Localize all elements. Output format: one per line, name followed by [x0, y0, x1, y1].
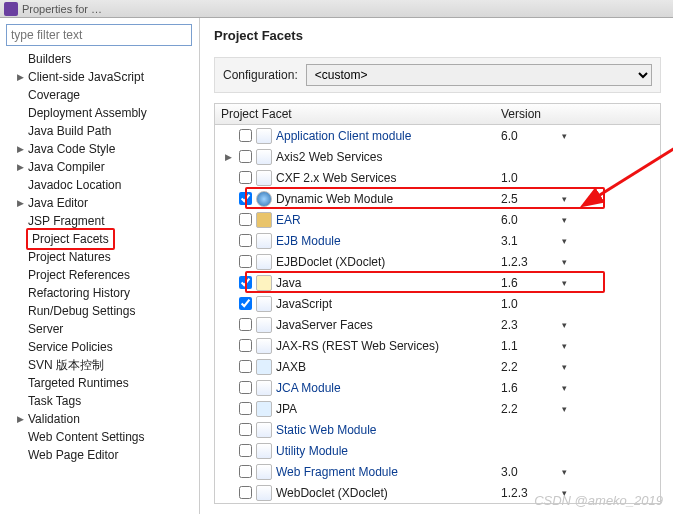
facet-checkbox[interactable]: [239, 360, 252, 373]
table-row[interactable]: EJB Module3.1▾: [215, 230, 660, 251]
sidebar-item[interactable]: Run/Debug Settings: [6, 302, 199, 320]
facet-checkbox[interactable]: [239, 234, 252, 247]
sidebar-item-label: Task Tags: [26, 392, 81, 410]
chevron-down-icon[interactable]: ▾: [562, 257, 567, 267]
facet-checkbox[interactable]: [239, 339, 252, 352]
version-cell[interactable]: 6.0▾: [495, 213, 575, 227]
chevron-down-icon[interactable]: ▾: [562, 488, 567, 498]
facet-checkbox[interactable]: [239, 192, 252, 205]
facet-checkbox[interactable]: [239, 381, 252, 394]
chevron-down-icon[interactable]: ▾: [562, 467, 567, 477]
chevron-down-icon[interactable]: ▾: [562, 320, 567, 330]
table-row[interactable]: ▶Axis2 Web Services: [215, 146, 660, 167]
chevron-down-icon[interactable]: ▾: [562, 236, 567, 246]
table-row[interactable]: JPA2.2▾: [215, 398, 660, 419]
chevron-down-icon[interactable]: ▾: [562, 131, 567, 141]
facet-checkbox[interactable]: [239, 402, 252, 415]
sidebar-item[interactable]: Project Natures: [6, 248, 199, 266]
table-row[interactable]: Web Fragment Module3.0▾: [215, 461, 660, 482]
sidebar-item[interactable]: Deployment Assembly: [6, 104, 199, 122]
version-cell[interactable]: 2.2▾: [495, 402, 575, 416]
table-row[interactable]: JavaScript1.0: [215, 293, 660, 314]
sidebar-item[interactable]: Java Build Path: [6, 122, 199, 140]
chevron-down-icon[interactable]: ▾: [562, 383, 567, 393]
chevron-down-icon[interactable]: ▾: [562, 404, 567, 414]
table-row[interactable]: JAX-RS (REST Web Services)1.1▾: [215, 335, 660, 356]
expand-icon[interactable]: ▶: [14, 194, 26, 212]
facet-checkbox[interactable]: [239, 465, 252, 478]
sidebar-item[interactable]: ▶Client-side JavaScript: [6, 68, 199, 86]
version-cell[interactable]: 1.2.3▾: [495, 486, 575, 500]
facet-checkbox[interactable]: [239, 444, 252, 457]
expand-icon[interactable]: ▶: [14, 68, 26, 86]
sidebar-item[interactable]: Targeted Runtimes: [6, 374, 199, 392]
table-row[interactable]: EAR6.0▾: [215, 209, 660, 230]
version-cell[interactable]: 2.3▾: [495, 318, 575, 332]
sidebar-item[interactable]: Refactoring History: [6, 284, 199, 302]
col-header-facet[interactable]: Project Facet: [215, 107, 495, 121]
sidebar-item[interactable]: Task Tags: [6, 392, 199, 410]
sidebar-item[interactable]: Project Facets: [6, 230, 199, 248]
version-cell[interactable]: 2.5▾: [495, 192, 575, 206]
table-row[interactable]: CXF 2.x Web Services1.0: [215, 167, 660, 188]
sidebar-item[interactable]: ▶Java Code Style: [6, 140, 199, 158]
sidebar-item-label: Builders: [26, 50, 71, 68]
chevron-down-icon[interactable]: ▾: [562, 194, 567, 204]
facet-checkbox[interactable]: [239, 318, 252, 331]
chevron-down-icon[interactable]: ▾: [562, 215, 567, 225]
facet-checkbox[interactable]: [239, 213, 252, 226]
sidebar-item[interactable]: ▶Validation: [6, 410, 199, 428]
expand-icon[interactable]: ▶: [14, 410, 26, 428]
version-cell[interactable]: 3.1▾: [495, 234, 575, 248]
facet-checkbox[interactable]: [239, 150, 252, 163]
filter-input[interactable]: [6, 24, 192, 46]
sidebar-item[interactable]: Builders: [6, 50, 199, 68]
sidebar-item[interactable]: Web Content Settings: [6, 428, 199, 446]
facet-checkbox[interactable]: [239, 171, 252, 184]
configuration-select[interactable]: <custom>: [306, 64, 652, 86]
chevron-down-icon[interactable]: ▾: [562, 278, 567, 288]
table-row[interactable]: JAXB2.2▾: [215, 356, 660, 377]
facet-icon: [256, 191, 272, 207]
version-cell[interactable]: 2.2▾: [495, 360, 575, 374]
col-header-version[interactable]: Version: [495, 107, 575, 121]
sidebar-item[interactable]: Server: [6, 320, 199, 338]
version-cell[interactable]: 6.0▾: [495, 129, 575, 143]
sidebar-item-label: Javadoc Location: [26, 176, 121, 194]
expand-icon[interactable]: ▶: [221, 152, 235, 162]
chevron-down-icon[interactable]: ▾: [562, 362, 567, 372]
version-cell[interactable]: 1.1▾: [495, 339, 575, 353]
table-row[interactable]: JCA Module1.6▾: [215, 377, 660, 398]
sidebar-item[interactable]: Project References: [6, 266, 199, 284]
expand-icon[interactable]: ▶: [14, 140, 26, 158]
table-row[interactable]: EJBDoclet (XDoclet)1.2.3▾: [215, 251, 660, 272]
expand-icon[interactable]: ▶: [14, 158, 26, 176]
table-row[interactable]: Dynamic Web Module2.5▾: [215, 188, 660, 209]
version-cell[interactable]: 1.6▾: [495, 381, 575, 395]
facet-checkbox[interactable]: [239, 129, 252, 142]
content-pane: Project Facets Configuration: <custom> P…: [200, 18, 673, 514]
version-cell[interactable]: 3.0▾: [495, 465, 575, 479]
facet-checkbox[interactable]: [239, 297, 252, 310]
facet-checkbox[interactable]: [239, 423, 252, 436]
sidebar-item[interactable]: SVN 版本控制: [6, 356, 199, 374]
facet-checkbox[interactable]: [239, 486, 252, 499]
chevron-down-icon[interactable]: ▾: [562, 341, 567, 351]
facet-checkbox[interactable]: [239, 255, 252, 268]
facet-checkbox[interactable]: [239, 276, 252, 289]
table-row[interactable]: Static Web Module: [215, 419, 660, 440]
sidebar-item-label: Java Build Path: [26, 122, 111, 140]
version-cell[interactable]: 1.6▾: [495, 276, 575, 290]
version-cell[interactable]: 1.2.3▾: [495, 255, 575, 269]
sidebar-item[interactable]: ▶Java Editor: [6, 194, 199, 212]
sidebar-item[interactable]: Web Page Editor: [6, 446, 199, 464]
sidebar-item[interactable]: Coverage: [6, 86, 199, 104]
table-row[interactable]: WebDoclet (XDoclet)1.2.3▾: [215, 482, 660, 503]
table-row[interactable]: Utility Module: [215, 440, 660, 461]
table-row[interactable]: JavaServer Faces2.3▾: [215, 314, 660, 335]
table-row[interactable]: Application Client module6.0▾: [215, 125, 660, 146]
table-row[interactable]: Java1.6▾: [215, 272, 660, 293]
sidebar-item[interactable]: Service Policies: [6, 338, 199, 356]
sidebar-item[interactable]: ▶Java Compiler: [6, 158, 199, 176]
sidebar-item[interactable]: Javadoc Location: [6, 176, 199, 194]
